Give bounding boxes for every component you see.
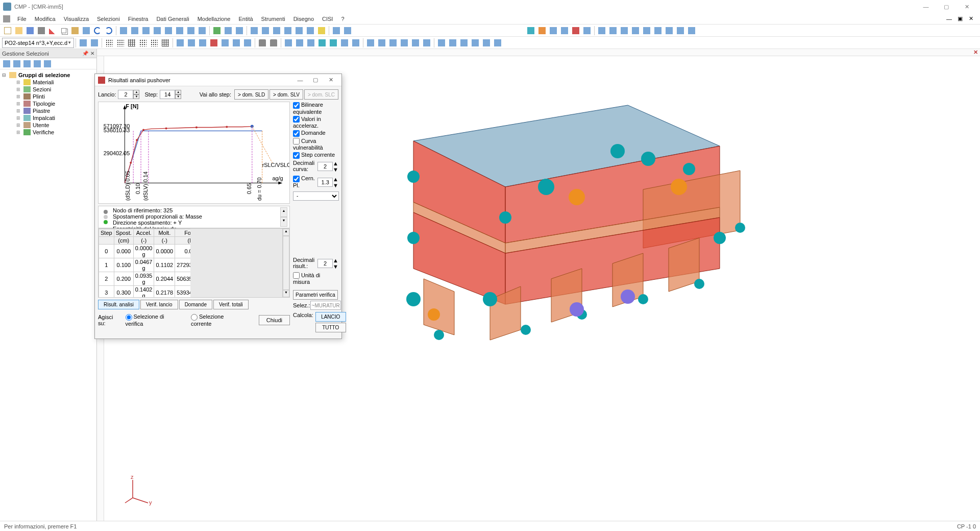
- selez-input[interactable]: [310, 301, 341, 310]
- collapse-icon[interactable]: ⊟: [2, 73, 7, 78]
- menu-modellazione[interactable]: Modellazione: [193, 15, 235, 23]
- cursor-button[interactable]: [316, 26, 327, 36]
- rtool-13[interactable]: [664, 26, 674, 36]
- ext-btn-3[interactable]: [459, 38, 469, 48]
- view-btn-5[interactable]: [163, 26, 174, 36]
- maximize-button[interactable]: ▢: [936, 0, 957, 13]
- close-panel-button[interactable]: ✕: [90, 51, 94, 56]
- rtool-3[interactable]: [548, 26, 558, 36]
- zoom-out-button[interactable]: [260, 26, 271, 36]
- sel-btn-13[interactable]: [220, 38, 230, 48]
- edit-button[interactable]: [81, 26, 91, 36]
- menu-entita[interactable]: Entità: [234, 15, 257, 23]
- radio-selezione-verifica[interactable]: Selezione di verifica: [126, 313, 184, 327]
- table-row[interactable]: 00.0000.0000 g0.00000.000: [99, 245, 191, 258]
- calcola-tutto-button[interactable]: TUTTO: [315, 323, 346, 332]
- draw-btn-2[interactable]: [295, 38, 305, 48]
- rtool-14[interactable]: [675, 26, 685, 36]
- filter-btn-3[interactable]: [22, 59, 32, 68]
- draw-btn-1[interactable]: [283, 38, 293, 48]
- sel-btn-6[interactable]: [138, 38, 148, 48]
- menu-cisi[interactable]: CISI: [318, 15, 337, 23]
- menu-modifica[interactable]: Modifica: [31, 15, 60, 23]
- table-row[interactable]: 10.1000.0467 g0.1102272938.970: [99, 258, 191, 272]
- snap-btn-1[interactable]: [365, 38, 376, 48]
- tab-risult-analisi[interactable]: Risult. analisi: [98, 300, 139, 309]
- lancio-spinner[interactable]: ▲▼: [133, 90, 139, 99]
- menu-help[interactable]: ?: [337, 15, 348, 23]
- expand-icon[interactable]: ⊞: [16, 115, 21, 120]
- rtool-6[interactable]: [582, 26, 592, 36]
- minimize-button[interactable]: —: [916, 0, 936, 13]
- mdi-restore-button[interactable]: ▣: [958, 15, 969, 22]
- step-spinner[interactable]: ▲▼: [175, 90, 181, 99]
- view-btn-7[interactable]: [186, 26, 196, 36]
- ext-btn-4[interactable]: [470, 38, 480, 48]
- sel-btn-9[interactable]: [175, 38, 185, 48]
- tree-item-tipologie[interactable]: ⊞Tipologie: [2, 100, 94, 107]
- cern-input[interactable]: [317, 178, 333, 187]
- decimali-curva-input[interactable]: [317, 162, 333, 171]
- menu-selezioni[interactable]: Selezioni: [93, 15, 124, 23]
- dialog-minimize-button[interactable]: —: [292, 77, 308, 83]
- tab-domande[interactable]: Domande: [179, 300, 212, 309]
- ext-btn-6[interactable]: [493, 38, 503, 48]
- undo-button[interactable]: [92, 26, 103, 36]
- filter-btn-1[interactable]: [2, 59, 11, 68]
- expand-icon[interactable]: ⊞: [16, 108, 21, 113]
- sel-btn-12[interactable]: [209, 38, 219, 48]
- sel-btn-8[interactable]: [160, 38, 170, 48]
- sel-btn-7[interactable]: [149, 38, 159, 48]
- display-btn-1[interactable]: [331, 26, 341, 36]
- rtool-10[interactable]: [630, 26, 641, 36]
- check-bilineare[interactable]: Bilineare equivalente: [293, 102, 338, 115]
- view-btn-6[interactable]: [175, 26, 185, 36]
- draw-btn-3[interactable]: [306, 38, 316, 48]
- cern-label[interactable]: Cern. Pl.: [293, 175, 315, 188]
- step-input[interactable]: [160, 90, 175, 99]
- table-scrollbar[interactable]: ▲▼: [282, 229, 289, 297]
- redo-button[interactable]: [104, 26, 114, 36]
- close-doc-button[interactable]: ✕: [973, 49, 978, 56]
- check-valori[interactable]: Valori in acceleraz.: [293, 116, 338, 129]
- expand-icon[interactable]: ⊞: [16, 87, 21, 92]
- draw-btn-4[interactable]: [317, 38, 327, 48]
- mdi-minimize-button[interactable]: —: [946, 16, 958, 22]
- dialog-maximize-button[interactable]: ▢: [308, 77, 323, 83]
- lock2-button[interactable]: [268, 38, 279, 48]
- snap-btn-5[interactable]: [410, 38, 421, 48]
- save-button[interactable]: [25, 26, 35, 36]
- rtool-15[interactable]: [687, 26, 697, 36]
- rtool-9[interactable]: [619, 26, 629, 36]
- sel-btn-15[interactable]: [242, 38, 253, 48]
- new-button[interactable]: [3, 26, 13, 36]
- view-btn-8[interactable]: [197, 26, 207, 36]
- sel-btn-5[interactable]: [127, 38, 137, 48]
- parametri-verifica-button[interactable]: Parametri verifica: [293, 290, 338, 300]
- ext-btn-5[interactable]: [481, 38, 492, 48]
- sel-btn-11[interactable]: [198, 38, 208, 48]
- cern-dropdown[interactable]: -: [293, 191, 339, 201]
- snap-btn-6[interactable]: [422, 38, 432, 48]
- zoom-in-button[interactable]: [249, 26, 259, 36]
- sel-btn-14[interactable]: [231, 38, 241, 48]
- cut-button[interactable]: [47, 26, 58, 36]
- sel-btn-2[interactable]: [89, 38, 100, 48]
- expand-icon[interactable]: ⊞: [16, 101, 21, 106]
- expand-icon[interactable]: ⊞: [16, 130, 21, 135]
- close-button[interactable]: ✕: [957, 0, 977, 13]
- zoom-prev-button[interactable]: [294, 26, 304, 36]
- main-combo[interactable]: PO2-step14 n°3,+Y,ecc.d ▼: [2, 38, 74, 48]
- rtool-2[interactable]: [537, 26, 547, 36]
- calcola-lancio-button[interactable]: LANCIO: [315, 312, 346, 322]
- lock-button[interactable]: [257, 38, 267, 48]
- view-btn-1[interactable]: [118, 26, 129, 36]
- paste-button[interactable]: [70, 26, 80, 36]
- menu-strumenti[interactable]: Strumenti: [257, 15, 289, 23]
- goto-sld-button[interactable]: > dom. SLD: [234, 89, 268, 100]
- ext-btn-2[interactable]: [448, 38, 458, 48]
- measure-button[interactable]: [234, 26, 244, 36]
- check-domande[interactable]: Domande: [293, 130, 338, 137]
- mdi-close-button[interactable]: ✕: [969, 15, 980, 22]
- menu-finestra[interactable]: Finestra: [124, 15, 153, 23]
